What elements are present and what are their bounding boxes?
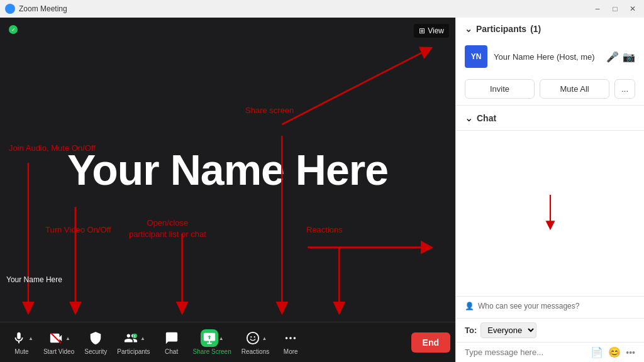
meeting-toolbar: ▲ Mute ▲ Start Video <box>0 322 455 362</box>
chat-notice: 👤 Who can see your messages? <box>456 296 644 315</box>
share-screen-annotation: Share screen <box>245 106 294 115</box>
participants-title-text: Participants <box>476 24 526 34</box>
view-button[interactable]: ⊞ View <box>414 24 449 38</box>
share-screen-caret[interactable]: ▲ <box>219 336 224 341</box>
svg-point-17 <box>294 337 296 339</box>
chat-title-text: Chat <box>477 113 496 123</box>
participant-item: YN Your Name Here (Host, me) 🎤 📷 <box>456 40 644 73</box>
participants-count: (1) <box>530 24 541 34</box>
share-screen-label: Share Screen <box>193 348 231 355</box>
svg-point-16 <box>289 337 292 339</box>
more-icon <box>282 329 299 347</box>
video-caret[interactable]: ▲ <box>65 336 70 341</box>
chat-collapse-icon: ⌄ <box>465 112 473 124</box>
chat-header[interactable]: ⌄ Chat <box>456 106 644 131</box>
mute-label: Mute <box>14 348 28 355</box>
reactions-icon <box>244 329 262 347</box>
minimize-button[interactable]: – <box>591 3 604 15</box>
view-label: View <box>428 26 444 35</box>
chat-section: ⌄ Chat 👤 Who can see your messages? To: <box>456 106 644 362</box>
video-status-icon: 📷 <box>623 51 635 63</box>
participant-avatar: YN <box>465 45 487 68</box>
security-label: Security <box>84 348 107 355</box>
participants-label: Participants <box>117 348 150 355</box>
participants-section: ⌄ Participants (1) YN Your Name Here (Ho… <box>456 18 644 106</box>
app-icon <box>5 4 15 14</box>
chat-to-row: To: Everyone <box>456 318 644 342</box>
mic-status-icon: 🎤 <box>606 51 619 63</box>
mute-all-button[interactable]: Mute All <box>540 79 609 99</box>
security-button[interactable]: Security <box>79 327 112 358</box>
participants-header[interactable]: ⌄ Participants (1) <box>456 18 644 40</box>
grid-icon: ⊞ <box>419 26 425 35</box>
participant-icons: 🎤 📷 <box>606 51 635 63</box>
share-screen-button[interactable]: ▲ Share Screen <box>188 327 236 358</box>
participants-collapse-icon: ⌄ <box>465 24 472 34</box>
chat-input-icons: 📄 😊 ••• <box>591 346 635 358</box>
chat-message-input[interactable] <box>465 348 587 357</box>
chat-more-icon[interactable]: ••• <box>626 348 635 358</box>
reactions-button[interactable]: ▲ Reactions <box>236 327 274 358</box>
svg-marker-19 <box>545 221 555 230</box>
chat-recipient-select[interactable]: Everyone <box>480 322 536 338</box>
connection-indicator <box>9 25 18 34</box>
participant-actions: Invite Mute All ... <box>456 73 644 105</box>
reactions-label: Reactions <box>242 348 269 355</box>
participant-name: Your Name Here (Host, me) <box>494 52 600 62</box>
svg-line-4 <box>282 50 427 124</box>
video-icon <box>47 329 65 347</box>
svg-point-15 <box>286 337 288 339</box>
person-icon: 👤 <box>465 302 474 310</box>
window-controls: – □ ✕ <box>591 3 639 15</box>
participant-name-display: Your Name Here <box>67 145 388 194</box>
start-video-label: Start Video <box>43 348 74 355</box>
more-label: More <box>284 348 298 355</box>
svg-point-14 <box>253 336 255 337</box>
participants-button[interactable]: 1 ▲ Participants <box>112 327 155 358</box>
share-screen-icon <box>201 329 218 347</box>
svg-text:1: 1 <box>134 334 136 338</box>
invite-button[interactable]: Invite <box>465 79 535 99</box>
chat-scroll-arrow <box>538 195 563 233</box>
chat-to-label: To: <box>465 326 477 335</box>
participants-caret[interactable]: ▲ <box>140 336 145 341</box>
turn-video-annotation: Turn Video On/Off <box>45 225 111 234</box>
mute-caret[interactable]: ▲ <box>28 336 33 341</box>
title-bar-title: Zoom Meeting <box>19 4 67 13</box>
svg-point-12 <box>247 332 258 344</box>
participants-icon: 1 <box>122 329 140 347</box>
mute-button[interactable]: ▲ Mute <box>5 327 38 358</box>
file-icon[interactable]: 📄 <box>591 346 603 358</box>
chat-body: 👤 Who can see your messages? <box>456 131 644 318</box>
reactions-annotation: Reactions <box>306 225 343 234</box>
video-area: ⊞ View Your Name Here <box>0 18 455 362</box>
chat-label: Chat <box>165 348 178 355</box>
sidebar: ⌄ Participants (1) YN Your Name Here (Ho… <box>455 18 644 362</box>
more-button[interactable]: More <box>274 327 307 358</box>
chat-input-row: 📄 😊 ••• <box>456 342 644 362</box>
maximize-button[interactable]: □ <box>609 3 621 15</box>
security-icon <box>87 329 104 347</box>
emoji-icon[interactable]: 😊 <box>608 346 621 358</box>
start-video-button[interactable]: ▲ Start Video <box>38 327 79 358</box>
close-button[interactable]: ✕ <box>626 3 639 15</box>
participants-more-button[interactable]: ... <box>614 79 635 99</box>
open-close-annotation: Open/closeparticipant list or chat <box>129 217 206 240</box>
video-canvas: ⊞ View Your Name Here <box>0 18 455 322</box>
mic-icon <box>10 329 28 347</box>
svg-point-13 <box>250 336 252 337</box>
chat-icon <box>163 329 180 347</box>
chat-button[interactable]: Chat <box>155 327 188 358</box>
title-bar: Zoom Meeting – □ ✕ <box>0 0 644 18</box>
video-participant-label: Your Name Here <box>6 275 62 284</box>
reactions-caret[interactable]: ▲ <box>262 336 267 341</box>
svg-point-0 <box>8 6 13 11</box>
join-audio-annotation: Join Audio, Mute On/Off <box>9 143 96 153</box>
chat-notice-text: Who can see your messages? <box>478 302 579 310</box>
end-meeting-button[interactable]: End <box>411 332 450 353</box>
main-content: ⊞ View Your Name Here <box>0 18 644 362</box>
